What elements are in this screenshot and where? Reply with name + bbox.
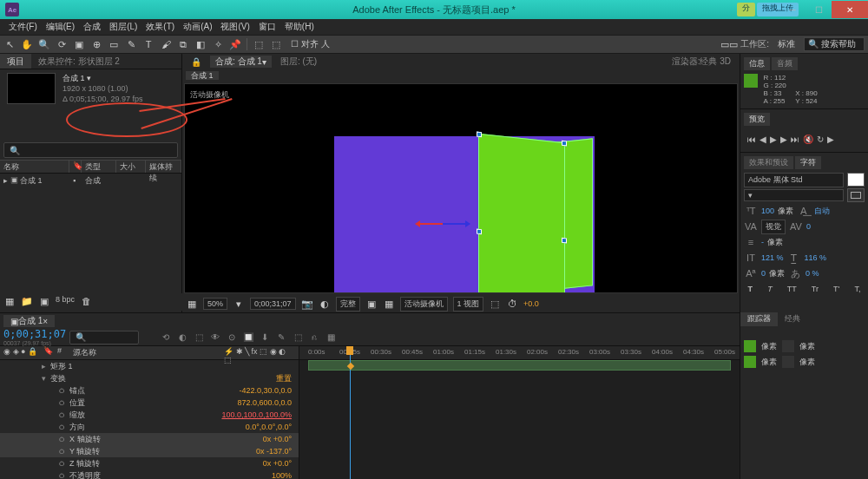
bpc-button[interactable]: 8 bpc bbox=[56, 295, 75, 309]
style-super[interactable]: T' bbox=[833, 285, 839, 293]
interpret-icon[interactable]: ▦ bbox=[3, 295, 16, 307]
menu-edit[interactable]: 编辑(E) bbox=[43, 19, 78, 35]
exposure[interactable]: +0.0 bbox=[523, 299, 539, 308]
roi-icon[interactable]: ▣ bbox=[365, 298, 378, 310]
gizmo-z-axis[interactable] bbox=[443, 223, 467, 225]
property-row[interactable]: ▾变换重置 bbox=[0, 372, 299, 384]
close-button[interactable]: ✕ bbox=[832, 1, 868, 18]
twirl-icon[interactable]: ▸ bbox=[42, 362, 50, 371]
style-bold[interactable]: T bbox=[748, 285, 753, 293]
tl-icon[interactable]: 🔲 bbox=[242, 331, 254, 344]
twirl-icon[interactable]: ▾ bbox=[42, 374, 50, 383]
menu-file[interactable]: 文件(F) bbox=[5, 19, 41, 35]
property-value[interactable]: 0x +0.0° bbox=[263, 459, 292, 468]
tl-icon[interactable]: ⬇ bbox=[259, 331, 271, 344]
grid-icon[interactable]: ▦ bbox=[186, 298, 198, 310]
project-item[interactable]: 合成 1 ▾ 1920 x 1080 (1.00) Δ 0;05;15;00, … bbox=[0, 69, 181, 108]
tracking[interactable]: 0 bbox=[806, 222, 811, 231]
menu-window[interactable]: 窗口 bbox=[255, 19, 279, 35]
snap-icon[interactable]: ⬚ bbox=[270, 38, 282, 50]
time-display[interactable]: 0;00;31;07 bbox=[250, 298, 296, 310]
maximize-button[interactable]: ☐ bbox=[806, 1, 832, 18]
tl-icon[interactable]: ⊙ bbox=[226, 331, 238, 344]
stopwatch-icon[interactable]: Ö bbox=[59, 399, 69, 407]
timeline-tracks[interactable]: 0:00s00:15s00:30s00:45s01:00s01:15s01:30… bbox=[299, 346, 740, 479]
anchor-icon[interactable] bbox=[782, 340, 794, 352]
tl-icon[interactable]: ✎ bbox=[275, 331, 287, 344]
brush-tool-icon[interactable]: 🖌 bbox=[160, 38, 172, 50]
leading[interactable]: 自动 bbox=[814, 206, 830, 217]
stopwatch-icon[interactable]: Ö bbox=[59, 436, 69, 443]
share-button[interactable]: 分 bbox=[737, 3, 755, 16]
new-comp-icon[interactable]: ▣ bbox=[38, 295, 50, 307]
tracker-tab[interactable]: 跟踪器 bbox=[740, 312, 778, 326]
tl-icon[interactable]: ⬚ bbox=[292, 331, 304, 344]
info-tab[interactable]: 信息 bbox=[744, 57, 770, 70]
effect-controls-tab[interactable]: 效果控件: 形状图层 2 bbox=[31, 54, 127, 69]
stopwatch-icon[interactable]: Ö bbox=[59, 411, 69, 419]
last-frame-icon[interactable]: ⏭ bbox=[791, 135, 799, 144]
classic-tab[interactable]: 经典 bbox=[778, 312, 807, 326]
property-row[interactable]: Ö不透明度100% bbox=[0, 469, 299, 479]
channel-icon[interactable]: ◐ bbox=[319, 298, 331, 310]
mask-icon[interactable]: ⬚ bbox=[489, 298, 501, 310]
zoom-tool-icon[interactable]: 🔍 bbox=[38, 38, 50, 50]
handle[interactable] bbox=[562, 238, 567, 244]
loop-icon[interactable]: ↻ bbox=[817, 135, 824, 144]
kerning[interactable]: 视觉 bbox=[761, 220, 786, 234]
property-value[interactable]: 100% bbox=[272, 471, 292, 479]
current-time[interactable]: 0;00;31;07 bbox=[3, 328, 66, 340]
workspace-dropdown[interactable]: 标准 bbox=[774, 38, 799, 50]
clone-tool-icon[interactable]: ⧉ bbox=[177, 38, 189, 50]
property-row[interactable]: ÖX 轴旋转0x +0.0° bbox=[0, 433, 299, 445]
viewer[interactable]: 活动摄像机 bbox=[184, 83, 738, 293]
style-smallcaps[interactable]: Tr bbox=[812, 285, 819, 293]
comp-tab-lock-icon[interactable]: 🔒 bbox=[186, 56, 207, 68]
camera-tool-icon[interactable]: ▣ bbox=[73, 38, 85, 50]
style-italic[interactable]: T bbox=[767, 285, 773, 293]
timer-icon[interactable]: ⏱ bbox=[506, 298, 518, 310]
gizmo-x-axis[interactable] bbox=[418, 223, 443, 225]
property-value[interactable]: 0x +0.0° bbox=[263, 435, 292, 443]
col-name[interactable]: 名称 bbox=[0, 161, 69, 173]
hand-tool-icon[interactable]: ✋ bbox=[21, 38, 33, 50]
property-row[interactable]: Ö锚点-422.0,30.0,0.0 bbox=[0, 384, 299, 397]
font-style-dropdown[interactable]: ▾ bbox=[744, 189, 844, 201]
prev-frame-icon[interactable]: ◀ bbox=[760, 135, 766, 144]
anchor-icon[interactable] bbox=[744, 356, 756, 368]
style-caps[interactable]: TT bbox=[787, 285, 797, 293]
text-tool-icon[interactable]: T bbox=[142, 38, 155, 50]
property-value[interactable]: -422.0,30.0,0.0 bbox=[239, 386, 292, 395]
project-search[interactable]: 🔍 bbox=[3, 142, 178, 158]
comp-tab-b[interactable]: 图层: (无) bbox=[275, 56, 322, 68]
handle[interactable] bbox=[477, 132, 482, 138]
property-row[interactable]: Ö方向0.0°,0.0°,0.0° bbox=[0, 421, 299, 433]
font-size[interactable]: 100 bbox=[761, 207, 774, 215]
play-icon[interactable]: ▶ bbox=[770, 135, 777, 144]
anchor-icon[interactable] bbox=[744, 340, 756, 352]
property-row[interactable]: Ö缩放100.0,100.0,100.0% bbox=[0, 409, 299, 421]
view-dropdown[interactable]: 活动摄像机 bbox=[400, 297, 448, 312]
search-help[interactable]: 🔍 搜索帮助 bbox=[804, 37, 865, 51]
col-type[interactable]: 类型 bbox=[82, 161, 116, 173]
reset-button[interactable]: 重置 bbox=[276, 373, 292, 384]
col-label-icon[interactable]: 🔖 bbox=[69, 161, 82, 173]
handle[interactable] bbox=[562, 141, 567, 147]
stopwatch-icon[interactable]: Ö bbox=[59, 472, 69, 480]
stopwatch-icon[interactable]: Ö bbox=[59, 448, 69, 456]
menu-animation[interactable]: 动画(A) bbox=[180, 19, 215, 35]
mute-icon[interactable]: 🔇 bbox=[803, 135, 813, 144]
preview-tab[interactable]: 预览 bbox=[744, 113, 770, 126]
col-size[interactable]: 大小 bbox=[116, 161, 146, 173]
zoom-dropdown[interactable]: 50% bbox=[203, 298, 227, 310]
first-frame-icon[interactable]: ⏮ bbox=[747, 135, 756, 144]
property-value[interactable]: 872.0,600.0,0.0 bbox=[237, 398, 292, 407]
tsume[interactable]: 0 % bbox=[806, 269, 819, 278]
axis-mode-icon[interactable]: ⬚ bbox=[253, 38, 265, 50]
handle[interactable] bbox=[477, 229, 482, 235]
tl-icon[interactable]: ⟲ bbox=[160, 331, 172, 344]
vscale[interactable]: 121 % bbox=[761, 253, 784, 262]
fill-color[interactable] bbox=[847, 173, 865, 187]
resolution-dropdown[interactable]: 完整 bbox=[336, 297, 360, 312]
tl-icon[interactable]: ◐ bbox=[176, 331, 188, 344]
